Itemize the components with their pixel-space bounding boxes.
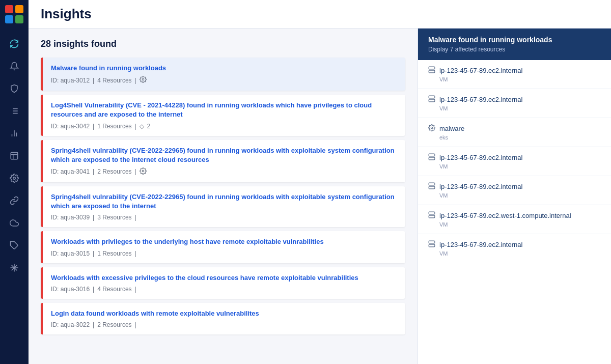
insight-id-6: ID: aqua-3022 (51, 321, 90, 328)
insights-list-panel: 28 insights found Malware found in runni… (29, 29, 418, 364)
insight-card-meta-0: ID: aqua-3012 | 4 Resources | (51, 76, 397, 85)
insight-card-meta-2: ID: aqua-3041 | 2 Resources | (51, 167, 397, 176)
insight-card-title-1: Log4Shell Vulnerability (CVE - 2021-4422… (51, 101, 397, 119)
insight-card-title-0: Malware found in running workloads (51, 64, 397, 73)
insight-card-meta-6: ID: aqua-3022 | 2 Resources | (51, 321, 397, 328)
insight-diamond-icon-1: ◇ (140, 123, 144, 130)
resource-icon-1 (428, 95, 435, 104)
resource-icon-4 (428, 182, 435, 191)
nav-alert-icon[interactable] (5, 57, 23, 75)
page-header: Insights (29, 0, 611, 29)
resource-icon-6 (428, 240, 435, 249)
nav-chart-icon[interactable] (5, 124, 23, 143)
svg-rect-0 (5, 5, 13, 13)
resource-name-5: ip-123-45-67-89.ec2.west-1.compute.inter… (428, 211, 601, 220)
svg-point-20 (142, 78, 144, 80)
insight-card-title-4: Workloads with privileges to the underly… (51, 237, 397, 246)
insight-id-5: ID: aqua-3016 (51, 286, 90, 293)
insight-card-0[interactable]: Malware found in running workloads ID: a… (41, 58, 405, 91)
svg-rect-32 (429, 157, 435, 160)
resource-item-2[interactable]: malware eks (418, 118, 611, 147)
insight-card-meta-1: ID: aqua-3042 | 1 Resources | ◇ 2 (51, 123, 397, 130)
svg-rect-31 (429, 154, 435, 156)
resource-item-6[interactable]: ip-123-45-67-89.ec2.internal VM (418, 234, 611, 263)
nav-cloud-icon[interactable] (5, 214, 23, 232)
resource-name-1: ip-123-45-67-89.ec2.internal (428, 95, 601, 104)
insight-card-meta-3: ID: aqua-3039 | 3 Resources | (51, 214, 397, 221)
insight-card-1[interactable]: Log4Shell Vulnerability (CVE - 2021-4422… (41, 95, 405, 135)
resource-icon-0 (428, 66, 435, 75)
svg-rect-39 (429, 212, 435, 214)
nav-list-icon[interactable] (5, 102, 23, 120)
resource-type-2: eks (428, 134, 601, 141)
detail-panel: Malware found in running workloads Displ… (418, 29, 611, 364)
insight-id-2: ID: aqua-3041 (51, 168, 90, 175)
app-logo[interactable] (5, 5, 23, 23)
resource-type-3: VM (428, 163, 601, 170)
nav-gear-icon[interactable] (5, 169, 23, 187)
resource-type-6: VM (428, 250, 601, 257)
insight-card-meta-4: ID: aqua-3015 | 1 Resources | (51, 250, 397, 257)
nav-tag-icon[interactable] (5, 236, 23, 255)
nav-asterisk-icon[interactable] (5, 259, 23, 277)
resource-item-4[interactable]: ip-123-45-67-89.ec2.internal VM (418, 176, 611, 205)
insight-card-title-5: Workloads with excessive privileges to t… (51, 273, 397, 283)
svg-rect-40 (429, 215, 435, 218)
svg-rect-27 (429, 99, 435, 102)
resource-name-6: ip-123-45-67-89.ec2.internal (428, 240, 601, 249)
svg-point-14 (13, 177, 16, 180)
resource-icon-5 (428, 211, 435, 220)
detail-panel-subtitle: Display 7 affected resources (428, 46, 601, 53)
resource-type-0: VM (428, 76, 601, 82)
page-title: Insights (41, 6, 599, 22)
insight-card-title-3: Spring4shell vulnrability (CVE-2022-2296… (51, 192, 397, 211)
insight-card-title-2: Spring4shell vulnrability (CVE-2022-2296… (51, 146, 397, 164)
resource-name-4: ip-123-45-67-89.ec2.internal (428, 182, 601, 191)
svg-rect-26 (429, 96, 435, 98)
insight-card-3[interactable]: Spring4shell vulnrability (CVE-2022-2296… (41, 186, 405, 227)
insight-card-meta-5: ID: aqua-3016 | 4 Resources | (51, 286, 397, 293)
svg-rect-2 (5, 15, 13, 23)
content-row: 28 insights found Malware found in runni… (29, 29, 611, 364)
main-wrapper: Insights 28 insights found Malware found… (29, 0, 611, 364)
insight-id-0: ID: aqua-3012 (51, 77, 90, 84)
insights-count: 28 insights found (41, 39, 405, 49)
svg-rect-22 (429, 67, 435, 69)
resource-name-3: ip-123-45-67-89.ec2.internal (428, 153, 601, 162)
detail-panel-title: Malware found in running workloads (428, 36, 601, 44)
sidebar (0, 0, 29, 364)
svg-rect-13 (11, 152, 18, 159)
insight-card-6[interactable]: Login data found workloads with remote e… (41, 303, 405, 334)
svg-point-30 (431, 127, 433, 129)
svg-rect-3 (15, 15, 23, 23)
svg-rect-35 (429, 183, 435, 185)
resource-item-5[interactable]: ip-123-45-67-89.ec2.west-1.compute.inter… (418, 205, 611, 234)
svg-rect-36 (429, 186, 435, 189)
svg-rect-23 (429, 70, 435, 73)
resource-type-5: VM (428, 221, 601, 228)
nav-insights-icon[interactable] (5, 35, 23, 53)
svg-rect-43 (429, 241, 435, 243)
resource-type-1: VM (428, 105, 601, 111)
resource-name-0: ip-123-45-67-89.ec2.internal (428, 66, 601, 75)
insight-id-4: ID: aqua-3015 (51, 250, 90, 257)
detail-panel-header: Malware found in running workloads Displ… (418, 29, 611, 60)
resource-icon-2 (428, 124, 435, 133)
nav-link-icon[interactable] (5, 191, 23, 210)
insight-card-4[interactable]: Workloads with privileges to the underly… (41, 231, 405, 263)
nav-box-icon[interactable] (5, 147, 23, 165)
resource-type-4: VM (428, 192, 601, 199)
svg-rect-1 (15, 5, 23, 13)
insight-card-title-6: Login data found workloads with remote e… (51, 309, 397, 318)
svg-rect-44 (429, 244, 435, 247)
insight-card-2[interactable]: Spring4shell vulnrability (CVE-2022-2296… (41, 140, 405, 182)
insight-icon-gear-0 (140, 76, 147, 85)
insight-id-1: ID: aqua-3042 (51, 123, 90, 130)
resources-list: ip-123-45-67-89.ec2.internal VM ip-123-4… (418, 60, 611, 263)
svg-point-21 (142, 170, 144, 172)
resource-item-0[interactable]: ip-123-45-67-89.ec2.internal VM (418, 60, 611, 89)
nav-shield-icon[interactable] (5, 79, 23, 98)
resource-item-1[interactable]: ip-123-45-67-89.ec2.internal VM (418, 89, 611, 118)
resource-item-3[interactable]: ip-123-45-67-89.ec2.internal VM (418, 147, 611, 176)
insight-card-5[interactable]: Workloads with excessive privileges to t… (41, 267, 405, 299)
